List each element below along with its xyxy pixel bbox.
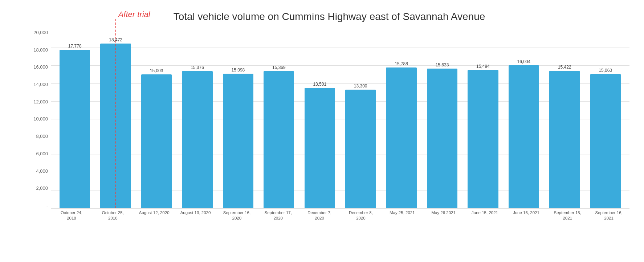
bar-value-label: 15,788 [395,61,408,66]
x-axis-label: August 13, 2020 [180,210,211,216]
bar [345,90,376,208]
bar-value-label: 15,494 [476,64,490,69]
x-label-group: September 15, 2021 [547,208,588,226]
bar-value-label: 13,300 [354,83,367,89]
bar [223,74,253,208]
bars-wrapper: 17,77818,472After trial15,00315,37615,09… [51,30,629,208]
bar-value-label: 17,778 [68,44,82,49]
x-label-group: September 16, 2021 [588,208,629,226]
y-axis-label: 18,000 [33,47,48,53]
bar-value-label: 15,633 [436,62,449,67]
x-label-group: October 25, 2018 [92,208,134,226]
x-label-group: September 17, 2020 [257,208,299,226]
y-axis-label: 14,000 [33,82,48,87]
x-label-group: October 24, 2018 [51,208,92,226]
bar [60,50,90,208]
after-trial-label: After trial [118,10,150,19]
bar-group: 13,501 [299,30,340,208]
x-axis-label: June 16, 2021 [513,210,539,216]
x-axis-label: December 8, 2020 [349,210,373,221]
x-axis-label: September 17, 2020 [265,210,292,221]
bar-value-label: 15,098 [232,67,245,73]
y-axis-label: 12,000 [33,99,48,105]
chart-area: 20,00018,00016,00014,00012,00010,0008,00… [29,30,629,226]
plot-area: 17,77818,472After trial15,00315,37615,09… [51,30,629,208]
x-label-group: August 13, 2020 [175,208,216,226]
x-labels: October 24, 2018October 25, 2018August 1… [51,208,629,226]
x-axis-label: May 26 2021 [431,210,456,216]
x-axis-label: September 16, 2021 [595,210,622,221]
chart-container: Total vehicle volume on Cummins Highway … [0,0,644,262]
x-label-group: December 8, 2020 [340,208,382,226]
y-axis-label: 8,000 [36,134,48,139]
x-label-group: June 16, 2021 [505,208,547,226]
x-axis-label: December 7, 2020 [307,210,331,221]
bar [590,74,621,208]
y-axis-label: 10,000 [33,116,48,122]
y-axis-label: 16,000 [33,64,48,70]
bar-group: 13,300 [340,30,381,208]
bar-value-label: 15,003 [150,68,163,73]
x-axis-label: October 25, 2018 [102,210,124,221]
bar-group: 15,422 [544,30,585,208]
y-axis-label: 6,000 [36,151,48,156]
x-axis-label: May 25, 2021 [390,210,415,216]
bar [305,88,335,208]
x-label-group: May 26 2021 [423,208,464,226]
bar-group: 17,778 [54,30,95,208]
x-label-group: December 7, 2020 [299,208,340,226]
bar-value-label: 13,501 [313,82,326,87]
x-label-group: May 25, 2021 [382,208,423,226]
x-axis-label: June 15, 2021 [472,210,498,216]
bar [549,71,580,208]
bar-group: 15,376 [177,30,217,208]
bar [141,74,172,208]
bar [264,71,294,208]
x-axis-label: October 24, 2018 [61,210,82,221]
x-label-group: September 16, 2020 [216,208,257,226]
bar-value-label: 15,376 [191,65,204,70]
bar-value-label: 15,060 [599,68,612,73]
bar [386,67,416,208]
bar-group: 15,788 [381,30,421,208]
bar-group: 15,003 [136,30,177,208]
y-axis: 20,00018,00016,00014,00012,00010,0008,00… [29,30,51,208]
x-axis-label: September 16, 2020 [223,210,250,221]
y-axis-label: 2,000 [36,185,48,191]
x-label-group: June 15, 2021 [464,208,506,226]
y-axis-label: 4,000 [36,168,48,174]
bar-group: 15,633 [422,30,462,208]
bar-value-label: 15,369 [272,65,286,70]
bar [468,70,498,208]
bar [509,65,539,208]
y-axis-label: 20,000 [33,30,48,35]
x-label-group: August 12, 2020 [134,208,175,226]
bar-group: 16,004 [504,30,544,208]
bar-value-label: 15,422 [558,65,571,70]
bar-group: 15,369 [258,30,299,208]
bar-group: 15,060 [585,30,625,208]
y-axis-label: - [46,203,48,208]
bar [427,69,457,208]
bar [182,71,212,208]
after-trial-divider: After trial [115,19,116,208]
x-axis-label: August 12, 2020 [139,210,170,216]
x-axis-label: September 15, 2021 [554,210,581,221]
bar-group: 18,472After trial [95,30,136,208]
bar-group: 15,098 [218,30,258,208]
bar-value-label: 16,004 [517,59,531,64]
bar-group: 15,494 [462,30,503,208]
